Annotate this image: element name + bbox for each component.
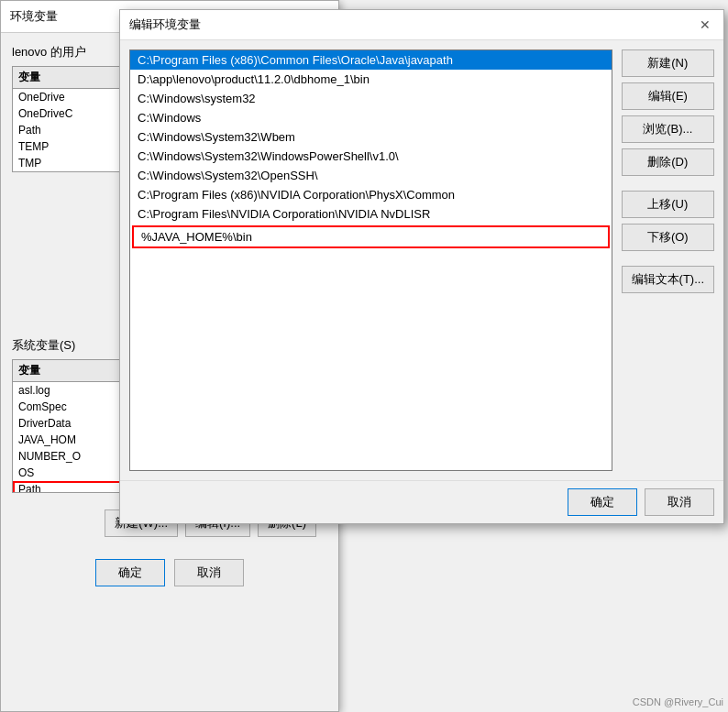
dialog-action-buttons: 新建(N) 编辑(E) 浏览(B)... 删除(D) 上移(U) 下移(O) 编…: [622, 49, 714, 471]
env-ok-button[interactable]: 确定: [95, 559, 165, 586]
path-item-2[interactable]: C:\Windows\system32: [130, 89, 612, 108]
browse-path-button[interactable]: 浏览(B)...: [622, 115, 714, 143]
dialog-ok-button[interactable]: 确定: [568, 488, 637, 516]
dialog-body: C:\Program Files (x86)\Common Files\Orac…: [120, 40, 723, 480]
dialog-cancel-button[interactable]: 取消: [645, 488, 714, 516]
path-item-java-home[interactable]: %JAVA_HOME%\bin: [132, 225, 610, 248]
path-list[interactable]: C:\Program Files (x86)\Common Files\Orac…: [129, 49, 612, 471]
dialog-title: 编辑环境变量: [129, 16, 201, 33]
dialog-close-button[interactable]: ✕: [696, 16, 714, 34]
dialog-footer: 确定 取消: [120, 480, 723, 523]
env-window-title: 环境变量: [10, 9, 58, 23]
edit-text-button[interactable]: 编辑文本(T)...: [622, 266, 714, 293]
path-item-3[interactable]: C:\Windows: [130, 108, 612, 127]
new-path-button[interactable]: 新建(N): [622, 49, 714, 77]
env-ok-cancel-buttons: 确定 取消: [12, 552, 327, 594]
path-item-0[interactable]: C:\Program Files (x86)\Common Files\Orac…: [130, 50, 612, 70]
move-down-button[interactable]: 下移(O): [622, 224, 714, 251]
path-item-6[interactable]: C:\Windows\System32\OpenSSH\: [130, 166, 612, 185]
edit-path-button[interactable]: 编辑(E): [622, 82, 714, 110]
path-item-5[interactable]: C:\Windows\System32\WindowsPowerShell\v1…: [130, 147, 612, 166]
path-item-4[interactable]: C:\Windows\System32\Wbem: [130, 127, 612, 147]
delete-path-button[interactable]: 删除(D): [622, 148, 714, 176]
path-item-7[interactable]: C:\Program Files (x86)\NVIDIA Corporatio…: [130, 185, 612, 204]
edit-env-dialog: 编辑环境变量 ✕ C:\Program Files (x86)\Common F…: [119, 9, 724, 524]
path-item-8[interactable]: C:\Program Files\NVIDIA Corporation\NVID…: [130, 204, 612, 224]
dialog-title-bar: 编辑环境变量 ✕: [120, 10, 723, 40]
path-item-1[interactable]: D:\app\lenovo\product\11.2.0\dbhome_1\bi…: [130, 70, 612, 89]
move-up-button[interactable]: 上移(U): [622, 191, 714, 218]
watermark: CSDN @Rivery_Cui: [633, 696, 723, 707]
env-cancel-button[interactable]: 取消: [174, 559, 244, 586]
